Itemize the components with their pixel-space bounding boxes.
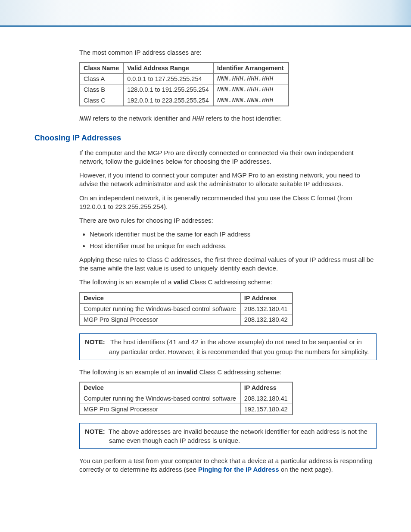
note-label: NOTE: xyxy=(85,338,105,345)
paragraph: However, if you intend to connect your c… xyxy=(79,171,377,189)
note-box: NOTE: The above addresses are invalid be… xyxy=(79,423,377,449)
top-gradient-bar xyxy=(0,0,411,27)
text: on the next page). xyxy=(279,466,333,473)
valid-scheme-table: Device IP Address Computer running the W… xyxy=(79,292,293,326)
paragraph: If the computer and the MGP Pro are dire… xyxy=(79,149,377,166)
th-identifier: Identifier Arrangement xyxy=(213,62,288,74)
cell: Class A xyxy=(80,74,124,84)
cell: NNN.NNN.NNN.HHH xyxy=(213,95,288,106)
legend-nnn: NNN xyxy=(79,115,91,123)
legend-text: NNN refers to the network identifier and… xyxy=(79,114,377,124)
table-row: MGP Pro Signal Processor 208.132.180.42 xyxy=(80,314,293,325)
cell: Class C xyxy=(80,95,124,106)
cell: 208.132.180.41 xyxy=(240,393,292,404)
cell: NNN.NNN.HHH.HHH xyxy=(213,84,288,95)
cell: NNN.HHH.HHH.HHH xyxy=(213,74,288,84)
paragraph: On an independent network, it is general… xyxy=(79,194,377,212)
th-class-name: Class Name xyxy=(80,62,124,74)
cell: Class B xyxy=(80,84,124,95)
section-heading: Choosing IP Addresses xyxy=(34,134,377,143)
th-valid-range: Valid Address Range xyxy=(124,62,213,74)
note-box: NOTE: The host identifiers (41 and 42 in… xyxy=(79,333,377,360)
th-ip: IP Address xyxy=(240,292,292,304)
note-text: The above addresses are invalid because … xyxy=(109,428,367,444)
rules-list: Network identifier must be the same for … xyxy=(90,230,377,250)
ip-class-table: Class Name Valid Address Range Identifie… xyxy=(79,62,289,106)
paragraph: The following is an example of an invali… xyxy=(79,368,377,376)
table-row: Computer running the Windows-based contr… xyxy=(80,393,293,404)
text: Class C addressing scheme: xyxy=(188,278,272,286)
list-item: Host identifier must be unique for each … xyxy=(90,242,377,250)
cell: Computer running the Windows-based contr… xyxy=(80,303,240,314)
th-device: Device xyxy=(80,382,240,393)
pinging-link[interactable]: Pinging for the IP Address xyxy=(198,466,279,473)
note-text: and xyxy=(177,338,191,345)
cell: MGP Pro Signal Processor xyxy=(80,404,240,415)
text: The following is an example of a xyxy=(79,278,173,286)
note-label: NOTE: xyxy=(85,428,105,435)
legend-mid: refers to the network identifier and xyxy=(91,115,192,122)
cell: 192.0.0.1 to 223.255.255.254 xyxy=(124,95,213,106)
invalid-scheme-table: Device IP Address Computer running the W… xyxy=(79,382,293,415)
paragraph: There are two rules for choosing IP addr… xyxy=(79,216,377,225)
cell: MGP Pro Signal Processor xyxy=(80,314,240,325)
cell: 208.132.180.41 xyxy=(240,303,292,314)
mono-text: 41 xyxy=(169,339,177,346)
bold-text: valid xyxy=(173,278,188,286)
paragraph: The following is an example of a valid C… xyxy=(79,278,377,286)
table-row: Class B 128.0.0.1 to 191.255.255.254 NNN… xyxy=(80,84,289,95)
legend-end: refers to the host identifier. xyxy=(204,115,282,122)
bold-text: invalid xyxy=(177,368,198,376)
mono-text: 42 xyxy=(191,339,199,346)
cell: 128.0.0.1 to 191.255.255.254 xyxy=(124,84,213,95)
note-text: The host identifiers ( xyxy=(110,338,169,345)
cell: Computer running the Windows-based contr… xyxy=(80,393,240,404)
text: The following is an example of an xyxy=(79,368,177,376)
intro-text: The most common IP address classes are: xyxy=(79,48,377,57)
text: Class C addressing scheme: xyxy=(197,368,281,376)
paragraph: Applying these rules to Class C addresse… xyxy=(79,255,377,273)
legend-hhh: HHH xyxy=(192,115,204,123)
th-device: Device xyxy=(80,292,240,304)
table-row: MGP Pro Signal Processor 192.157.180.42 xyxy=(80,404,293,415)
table-row: Computer running the Windows-based contr… xyxy=(80,303,293,314)
table-row: Class C 192.0.0.1 to 223.255.255.254 NNN… xyxy=(80,95,289,106)
cell: 208.132.180.42 xyxy=(240,314,292,325)
paragraph: You can perform a test from your compute… xyxy=(79,457,377,474)
cell: 192.157.180.42 xyxy=(240,404,292,415)
page-content: The most common IP address classes are: … xyxy=(0,27,411,532)
cell: 0.0.0.1 to 127.255.255.254 xyxy=(124,74,213,84)
list-item: Network identifier must be the same for … xyxy=(90,230,377,239)
table-row: Class A 0.0.0.1 to 127.255.255.254 NNN.H… xyxy=(80,74,289,84)
th-ip: IP Address xyxy=(240,382,292,393)
